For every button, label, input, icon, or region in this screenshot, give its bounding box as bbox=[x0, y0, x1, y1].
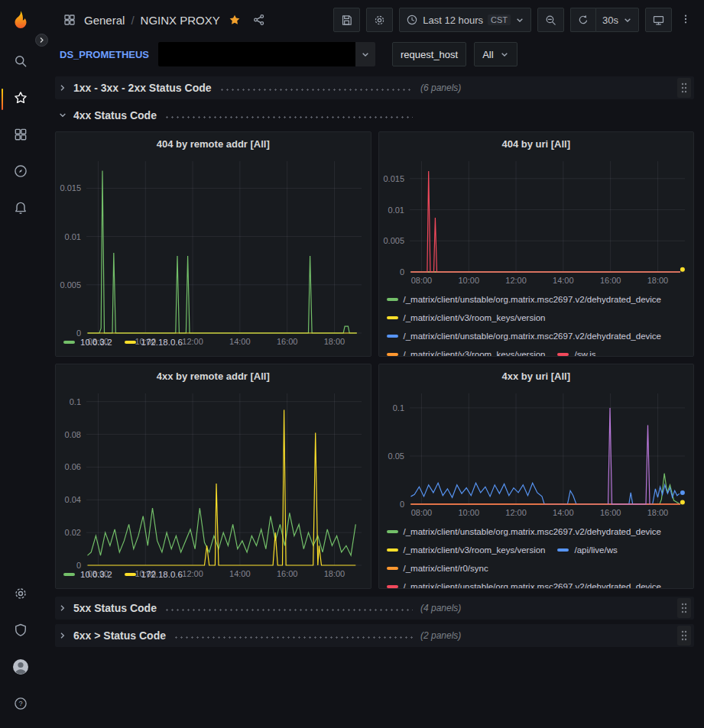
legend-series-mark bbox=[387, 585, 398, 588]
refresh-interval-select[interactable]: 30s bbox=[595, 8, 639, 32]
star-filled-icon bbox=[228, 13, 242, 27]
legend-item[interactable]: /_matrix/client/unstable/org.matrix.msc2… bbox=[387, 578, 662, 588]
sidebar-item-help[interactable]: ? bbox=[0, 687, 41, 723]
svg-text:0.04: 0.04 bbox=[65, 495, 81, 504]
chevron-down-icon bbox=[355, 42, 375, 66]
legend-series-mark bbox=[557, 548, 569, 552]
legend-item[interactable]: /_matrix/client/v3/room_keys/version bbox=[387, 541, 546, 559]
legend-item[interactable]: /_matrix/client/v3/room_keys/version bbox=[387, 345, 546, 356]
sidebar-item-server-admin[interactable] bbox=[0, 613, 41, 650]
legend-series-mark bbox=[387, 353, 398, 356]
tv-mode-button[interactable] bbox=[645, 8, 672, 32]
shield-icon bbox=[13, 623, 28, 641]
legend-item[interactable]: /_matrix/client/unstable/org.matrix.msc2… bbox=[387, 327, 662, 345]
variable-label-ds-prometheus[interactable]: DS_PROMETHEUS bbox=[60, 42, 157, 66]
row-panel-count: (2 panels) bbox=[420, 630, 461, 641]
row-header-5xx[interactable]: 5xx Status Code (4 panels) bbox=[55, 597, 694, 620]
svg-text:08:00: 08:00 bbox=[88, 569, 109, 578]
row-drag-handle[interactable] bbox=[677, 598, 691, 618]
legend-item[interactable]: /_matrix/client/v3/room_keys/version bbox=[387, 309, 546, 327]
row-drag-handle[interactable] bbox=[677, 626, 691, 645]
breadcrumb-separator: / bbox=[131, 14, 134, 27]
request-host-select[interactable]: All bbox=[474, 42, 517, 66]
panel-title[interactable]: 4xx by uri [All] bbox=[379, 364, 694, 387]
row-header-1xx-3xx-2xx[interactable]: 1xx - 3xx - 2xx Status Code (6 panels) bbox=[55, 76, 694, 99]
legend-item[interactable]: /_matrix/client/r0/sync bbox=[387, 559, 488, 578]
grafana-app: ? General / NGINX PROXY bbox=[0, 0, 704, 728]
svg-text:18:00: 18:00 bbox=[647, 276, 668, 285]
time-series-plot[interactable]: 00.050.108:0010:0012:0014:0016:0018:00 bbox=[379, 387, 694, 521]
datasource-select[interactable] bbox=[158, 42, 375, 66]
sidebar-item-alerting[interactable] bbox=[0, 191, 41, 228]
time-series-plot[interactable]: 00.020.040.060.080.108:0010:0012:0014:00… bbox=[56, 387, 371, 564]
sidebar-item-search[interactable] bbox=[0, 44, 41, 81]
zoom-out-button[interactable] bbox=[537, 8, 564, 32]
request-host-value: All bbox=[482, 49, 493, 60]
svg-text:0.06: 0.06 bbox=[65, 462, 81, 471]
legend-item[interactable]: /api/live/ws bbox=[557, 541, 617, 559]
panel-title[interactable]: 4xx by remote addr [All] bbox=[56, 364, 371, 387]
legend-series-mark bbox=[387, 548, 398, 552]
bell-icon bbox=[13, 200, 28, 218]
time-series-plot[interactable]: 00.0050.010.01508:0010:0012:0014:0016:00… bbox=[56, 155, 371, 332]
share-icon bbox=[252, 13, 266, 27]
sidebar-item-explore[interactable] bbox=[0, 154, 41, 191]
row-panel-count: (6 panels) bbox=[420, 83, 461, 93]
legend-series-label: /api/live/ws bbox=[574, 545, 617, 555]
row-dotted-leader bbox=[164, 608, 413, 611]
chevron-down-icon bbox=[500, 50, 509, 59]
svg-text:08:00: 08:00 bbox=[410, 276, 432, 285]
svg-text:18:00: 18:00 bbox=[324, 569, 346, 578]
apps-grid-icon[interactable] bbox=[60, 10, 79, 30]
variable-label-request-host[interactable]: request_host bbox=[392, 42, 466, 66]
svg-text:12:00: 12:00 bbox=[182, 337, 203, 346]
save-dashboard-button[interactable] bbox=[333, 8, 360, 32]
share-dashboard-button[interactable] bbox=[249, 10, 269, 30]
star-icon bbox=[13, 90, 28, 108]
svg-text:0.02: 0.02 bbox=[65, 528, 81, 537]
sidebar-expand-button[interactable] bbox=[35, 34, 48, 47]
datasource-value-redacted bbox=[158, 42, 355, 66]
more-options-button[interactable] bbox=[678, 9, 693, 31]
svg-text:0.01: 0.01 bbox=[388, 205, 404, 215]
sidebar-item-starred[interactable] bbox=[0, 81, 41, 118]
legend-series-label: /_matrix/client/v3/room_keys/version bbox=[404, 313, 546, 322]
chevron-down-icon bbox=[58, 111, 67, 120]
breadcrumb-general[interactable]: General bbox=[84, 14, 125, 27]
legend-series-mark bbox=[387, 567, 398, 570]
sidebar-item-dashboards[interactable] bbox=[0, 118, 41, 154]
svg-text:12:00: 12:00 bbox=[505, 276, 527, 285]
grafana-flame-icon bbox=[9, 9, 32, 32]
panel-legend: /_matrix/client/unstable/org.matrix.msc2… bbox=[379, 521, 694, 588]
svg-text:?: ? bbox=[18, 700, 22, 707]
refresh-button[interactable] bbox=[570, 8, 595, 32]
svg-text:0.015: 0.015 bbox=[60, 183, 81, 193]
refresh-interval-label: 30s bbox=[602, 15, 618, 26]
sidebar-item-profile[interactable] bbox=[0, 650, 41, 687]
svg-text:0: 0 bbox=[76, 561, 81, 570]
time-series-plot[interactable]: 00.0050.010.01508:0010:0012:0014:0016:00… bbox=[379, 155, 694, 289]
svg-text:10:00: 10:00 bbox=[458, 508, 479, 517]
sidebar-item-configuration[interactable] bbox=[0, 577, 41, 613]
dashboard-settings-button[interactable] bbox=[366, 8, 393, 32]
monitor-icon bbox=[652, 14, 665, 27]
legend-item[interactable]: /_matrix/client/unstable/org.matrix.msc2… bbox=[387, 290, 662, 309]
row-drag-handle[interactable] bbox=[677, 78, 691, 98]
save-icon bbox=[340, 14, 353, 27]
grafana-logo[interactable] bbox=[8, 8, 34, 34]
legend-series-label: /_matrix/client/v3/room_keys/version bbox=[404, 545, 546, 555]
legend-series-label: /sw.js bbox=[574, 350, 595, 356]
row-header-6xx[interactable]: 6xx > Status Code (2 panels) bbox=[55, 624, 694, 647]
legend-item[interactable]: /_matrix/client/unstable/org.matrix.msc2… bbox=[387, 523, 662, 541]
svg-text:14:00: 14:00 bbox=[229, 569, 251, 578]
row-left: 6xx > Status Code bbox=[58, 629, 420, 642]
legend-item[interactable]: /sw.js bbox=[557, 345, 595, 356]
panel-title[interactable]: 404 by remote addr [All] bbox=[56, 132, 371, 155]
time-range-picker[interactable]: Last 12 hours CST bbox=[399, 8, 531, 32]
chevron-right-icon bbox=[58, 603, 67, 613]
panel-title[interactable]: 404 by uri [All] bbox=[379, 132, 694, 155]
row-header-4xx[interactable]: 4xx Status Code bbox=[55, 104, 694, 127]
panel-404-by-remote-addr: 404 by remote addr [All] 00.0050.010.015… bbox=[55, 131, 371, 357]
favorite-star-button[interactable] bbox=[225, 10, 245, 30]
panels-grid: 404 by remote addr [All] 00.0050.010.015… bbox=[55, 131, 694, 589]
